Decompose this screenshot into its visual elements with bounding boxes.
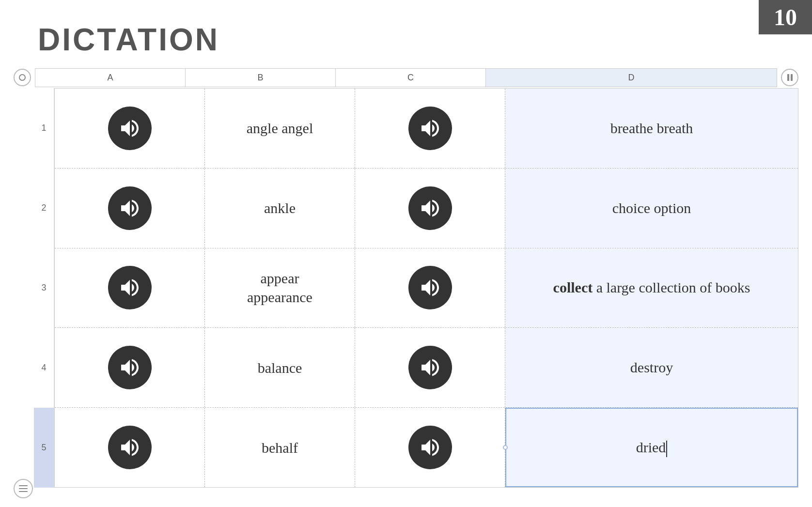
- menu-line-3: [19, 491, 28, 492]
- speaker-icon: [118, 197, 141, 220]
- cell-3-c: [355, 248, 505, 328]
- pause-bar-2: [791, 74, 793, 81]
- cell-3-b: appear appearance: [205, 248, 355, 328]
- speaker-icon: [118, 356, 141, 379]
- speaker-icon: [419, 197, 442, 220]
- col-header-b: B: [186, 69, 336, 87]
- speaker-btn-5a[interactable]: [108, 426, 152, 469]
- cell-text-4b: balance: [258, 358, 302, 377]
- col-header-a: A: [35, 69, 186, 87]
- speaker-icon: [419, 356, 442, 379]
- cell-2-c: [355, 169, 505, 248]
- cell-text-3d-rest: a large collection of books: [593, 279, 750, 295]
- speaker-btn-1a[interactable]: [108, 107, 152, 150]
- speaker-btn-1c[interactable]: [408, 107, 452, 150]
- circle-inner: [19, 74, 26, 81]
- cell-4-b: balance: [205, 328, 355, 407]
- menu-line-1: [19, 485, 28, 486]
- speaker-btn-4a[interactable]: [108, 346, 152, 389]
- cell-2-a: [55, 169, 205, 248]
- cell-text-2b: ankle: [264, 199, 296, 217]
- cell-text-5d: dried: [636, 437, 668, 458]
- cell-text-5d-value: dried: [636, 439, 666, 455]
- text-cursor: [666, 441, 667, 457]
- cell-text-5b: behalf: [262, 438, 298, 457]
- table-row: ankle choice option: [55, 169, 798, 248]
- row-numbers: 1 2 3 4 5: [34, 88, 54, 488]
- page-wrapper: 10 DICTATION A B C D 1 2 3 4 5: [0, 0, 812, 507]
- row-num-4: 4: [34, 328, 54, 408]
- speaker-icon: [419, 117, 442, 140]
- speaker-btn-4c[interactable]: [408, 346, 452, 389]
- speaker-icon: [118, 117, 141, 140]
- speaker-icon: [419, 276, 442, 299]
- speaker-btn-5c[interactable]: [408, 426, 452, 469]
- col-header-c: C: [336, 69, 486, 87]
- speaker-icon: [118, 436, 141, 459]
- menu-button[interactable]: [14, 479, 33, 498]
- pause-bar-1: [787, 74, 789, 81]
- cell-5-a: [55, 408, 205, 487]
- col-header-d: D: [486, 69, 777, 87]
- speaker-icon: [419, 436, 442, 459]
- cell-text-1d: breathe breath: [610, 118, 693, 138]
- bottom-bar: [14, 479, 33, 498]
- cell-4-d: destroy: [505, 328, 798, 407]
- control-row: A B C D: [14, 67, 798, 88]
- cell-text-3d: collect a large collection of books: [553, 277, 750, 298]
- pause-bars: [787, 74, 793, 81]
- cell-5-b: behalf: [205, 408, 355, 487]
- speaker-btn-3c[interactable]: [408, 266, 452, 309]
- speaker-icon: [118, 276, 141, 299]
- cell-text-4d: destroy: [630, 357, 673, 378]
- cell-3-d: collect a large collection of books: [505, 248, 798, 328]
- menu-icon: [19, 485, 28, 492]
- speaker-btn-2c[interactable]: [408, 186, 452, 230]
- row-num-5: 5: [34, 408, 54, 488]
- speaker-btn-2a[interactable]: [108, 186, 152, 230]
- cell-2-b: ankle: [205, 169, 355, 248]
- table-row: appear appearance collect a large collec…: [55, 248, 798, 328]
- row-num-2: 2: [34, 168, 54, 248]
- cell-2-d: choice option: [505, 169, 798, 248]
- cell-1-a: [55, 89, 205, 168]
- speaker-btn-3a[interactable]: [108, 266, 152, 309]
- cell-4-a: [55, 328, 205, 407]
- table-row: angle angel breathe breath: [55, 89, 798, 169]
- play-circle-icon[interactable]: [14, 69, 31, 86]
- grid: angle angel breathe breath: [54, 88, 798, 488]
- cell-5-c: [355, 408, 505, 487]
- row-num-1: 1: [34, 88, 54, 168]
- row-num-3: 3: [34, 248, 54, 328]
- resize-handle: [503, 445, 508, 450]
- cell-text-2d: choice option: [612, 198, 691, 218]
- cell-1-b: angle angel: [205, 89, 355, 168]
- cell-1-c: [355, 89, 505, 168]
- cell-text-1b: angle angel: [247, 119, 313, 138]
- menu-line-2: [19, 488, 28, 489]
- cell-1-d: breathe breath: [505, 89, 798, 168]
- table-row: behalf dried: [55, 408, 798, 487]
- pause-circle-icon[interactable]: [781, 69, 798, 86]
- cell-3-a: [55, 248, 205, 328]
- column-headers: A B C D: [35, 68, 777, 87]
- cell-text-3d-bold: collect: [553, 279, 593, 295]
- top-counter: 10: [759, 0, 812, 34]
- cell-text-3b: appear appearance: [247, 269, 312, 307]
- page-title: DICTATION: [38, 22, 219, 58]
- table-area: 1 2 3 4 5 angle angel: [34, 88, 798, 488]
- table-row: balance destroy: [55, 328, 798, 408]
- cell-5-d-active[interactable]: dried: [505, 408, 798, 487]
- cell-4-c: [355, 328, 505, 407]
